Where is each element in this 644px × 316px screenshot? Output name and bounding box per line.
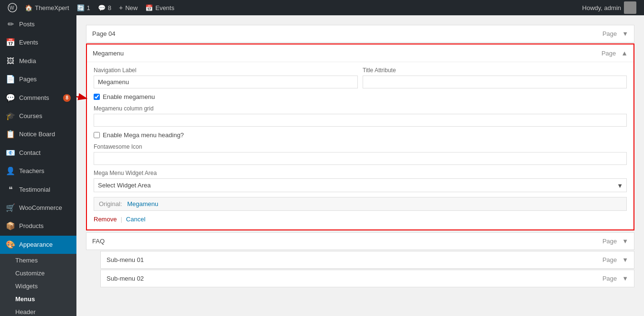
submenu01-title: Sub-menu 01 <box>107 256 144 263</box>
home-icon: 🏠 <box>25 4 32 11</box>
remove-button[interactable]: Remove <box>94 216 117 223</box>
appearance-icon: 🎨 <box>6 240 15 250</box>
faq-chevron: ▼ <box>622 238 628 245</box>
sidebar-label-notice-board: Notice Board <box>19 130 71 139</box>
sidebar-item-pages[interactable]: 📄 Pages <box>0 70 76 88</box>
comments-item[interactable]: 💬 8 <box>94 0 115 15</box>
sidebar-label-events: Events <box>19 38 71 47</box>
events-label: Events <box>155 4 174 11</box>
menu-item-submenu01[interactable]: Sub-menu 01 Page ▼ <box>100 251 634 269</box>
submenu02-type: Page ▼ <box>602 275 628 282</box>
megamenu-header[interactable]: Megamenu Page ▲ <box>87 44 633 62</box>
sidebar-sub-widgets[interactable]: Widgets <box>0 280 76 293</box>
page04-chevron: ▼ <box>622 30 628 37</box>
fontawesome-label: Fontawesome Icon <box>94 143 627 150</box>
megamenu-form: Navigation Label Title Attribute <box>87 62 633 229</box>
updates-count: 1 <box>87 4 90 11</box>
sidebar-item-testimonial[interactable]: ❝ Testimonial <box>0 181 76 199</box>
column-grid-label: Megamenu column grid <box>94 105 627 112</box>
fontawesome-group: Fontawesome Icon <box>94 143 627 165</box>
sidebar-item-posts[interactable]: ✏ Posts <box>0 15 76 33</box>
sidebar: ✏ Posts 📅 Events 🖼 Media 📄 Pages 💬 Comme… <box>0 15 76 316</box>
sidebar-sub-menus[interactable]: Menus <box>0 293 76 305</box>
site-name: ThemeXpert <box>35 4 69 11</box>
red-arrow <box>76 93 91 104</box>
notice-board-icon: 📋 <box>6 129 15 140</box>
widget-area-label: Mega Menu Widget Area <box>94 170 627 176</box>
widget-area-select[interactable]: Select Widget Area Primary Sidebar Secon… <box>94 178 627 192</box>
nav-label-input[interactable] <box>94 76 358 88</box>
sidebar-item-notice-board[interactable]: 📋 Notice Board <box>0 125 76 143</box>
woocommerce-icon: 🛒 <box>6 203 15 213</box>
media-icon: 🖼 <box>6 56 15 66</box>
site-name-item[interactable]: 🏠 ThemeXpert <box>21 0 73 15</box>
sidebar-item-courses[interactable]: 🎓 Courses <box>0 107 76 125</box>
testimonial-icon: ❝ <box>6 185 15 195</box>
original-label: Original: <box>99 200 122 207</box>
menu-item-faq[interactable]: FAQ Page ▼ <box>86 232 634 250</box>
avatar <box>624 1 636 14</box>
main-layout: ✏ Posts 📅 Events 🖼 Media 📄 Pages 💬 Comme… <box>0 15 644 316</box>
sidebar-sub-customize[interactable]: Customize <box>0 267 76 280</box>
howdy-section[interactable]: Howdy, admin <box>579 1 640 14</box>
faq-type: Page ▼ <box>602 238 628 245</box>
enable-megamenu-label: Enable megamenu <box>103 93 155 100</box>
appearance-submenu: Themes Customize Widgets Menus Header Ba… <box>0 254 76 316</box>
fontawesome-input[interactable] <box>94 152 627 165</box>
column-grid-input[interactable] <box>94 114 627 127</box>
faq-title: FAQ <box>92 238 105 245</box>
pages-icon: 📄 <box>6 74 15 85</box>
nav-label-label: Navigation Label <box>94 67 358 74</box>
sidebar-item-appearance[interactable]: 🎨 Appearance <box>0 236 76 254</box>
sidebar-label-comments: Comments <box>19 94 59 102</box>
comments-count: 8 <box>108 4 111 11</box>
sidebar-sub-themes[interactable]: Themes <box>0 254 76 267</box>
nav-label-group: Navigation Label <box>94 67 358 88</box>
title-attr-group: Title Attribute <box>363 67 627 88</box>
sidebar-item-events[interactable]: 📅 Events <box>0 33 76 52</box>
sidebar-item-contact[interactable]: 📧 Contact <box>0 144 76 162</box>
comments-icon: 💬 <box>98 4 106 11</box>
sidebar-label-testimonial: Testimonial <box>19 185 71 194</box>
comments-sidebar-icon: 💬 <box>6 93 15 103</box>
new-item[interactable]: + New <box>115 0 141 15</box>
title-attr-label: Title Attribute <box>363 67 627 74</box>
original-row: Original: Megamenu <box>94 197 627 211</box>
sidebar-label-courses: Courses <box>19 112 71 120</box>
sidebar-item-woocommerce[interactable]: 🛒 WooCommerce <box>0 199 76 217</box>
widget-area-select-wrapper: Select Widget Area Primary Sidebar Secon… <box>94 178 627 192</box>
submenu01-type: Page ▼ <box>602 256 628 263</box>
megamenu-type: Page ▲ <box>601 49 628 57</box>
wp-logo-item[interactable]: W <box>4 0 21 15</box>
sidebar-item-comments[interactable]: 💬 Comments 8 <box>0 89 76 107</box>
svg-text:W: W <box>10 5 14 11</box>
sidebar-label-teachers: Teachers <box>19 167 71 175</box>
title-attr-input[interactable] <box>363 76 627 88</box>
events-item[interactable]: 📅 Events <box>141 0 178 15</box>
posts-icon: ✏ <box>6 19 15 30</box>
enable-megamenu-container: Enable megamenu <box>94 93 155 105</box>
submenu01-chevron: ▼ <box>622 256 628 263</box>
menu-item-page04[interactable]: Page 04 Page ▼ <box>86 25 634 43</box>
nav-title-row: Navigation Label Title Attribute <box>94 67 627 88</box>
column-grid-group: Megamenu column grid <box>94 105 627 127</box>
updates-item[interactable]: 🔄 1 <box>73 0 94 15</box>
cancel-button[interactable]: Cancel <box>126 216 145 223</box>
original-link[interactable]: Megamenu <box>127 200 158 207</box>
sidebar-label-media: Media <box>19 57 71 65</box>
menu-item-submenu02[interactable]: Sub-menu 02 Page ▼ <box>100 270 634 287</box>
sidebar-item-products[interactable]: 📦 Products <box>0 217 76 235</box>
contact-icon: 📧 <box>6 148 15 158</box>
enable-megamenu-checkbox[interactable] <box>94 94 100 100</box>
megamenu-chevron-up: ▲ <box>621 49 628 57</box>
plus-icon: + <box>119 4 123 11</box>
widget-area-group: Mega Menu Widget Area Select Widget Area… <box>94 170 627 192</box>
updates-icon: 🔄 <box>77 4 85 11</box>
action-separator: | <box>120 216 122 223</box>
enable-heading-row: Enable Mega menu heading? <box>94 131 627 139</box>
sidebar-item-teachers[interactable]: 👤 Teachers <box>0 162 76 180</box>
sidebar-sub-header[interactable]: Header <box>0 305 76 316</box>
teachers-icon: 👤 <box>6 166 15 176</box>
sidebar-item-media[interactable]: 🖼 Media <box>0 52 76 70</box>
enable-heading-checkbox[interactable] <box>94 132 100 138</box>
